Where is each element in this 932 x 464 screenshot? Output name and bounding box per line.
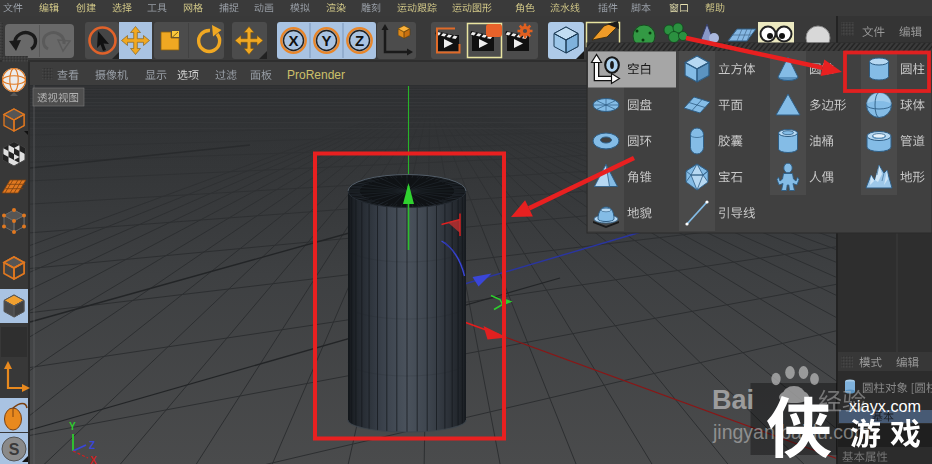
svg-text:Bai: Bai: [712, 385, 754, 415]
svg-text:X: X: [288, 32, 298, 49]
svg-text:Z: Z: [355, 32, 364, 49]
svg-text:Y: Y: [69, 421, 76, 432]
svg-text:Y: Y: [321, 32, 331, 49]
svg-text:X: X: [90, 455, 97, 464]
svg-text:S: S: [9, 441, 20, 458]
svg-text:Z: Z: [89, 440, 95, 451]
svg-text:xiayx.com: xiayx.com: [849, 397, 921, 415]
svg-text:ProRender: ProRender: [287, 68, 345, 82]
